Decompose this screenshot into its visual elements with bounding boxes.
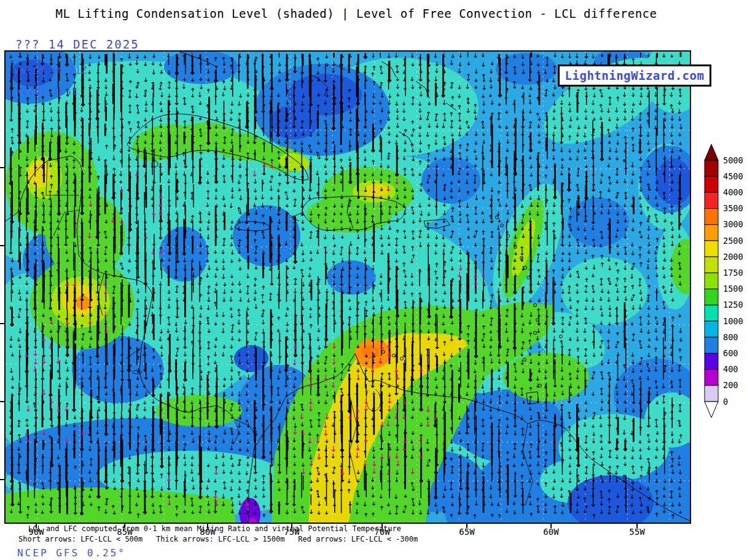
colorbar-label: 4500 (723, 171, 743, 181)
colorbar-label: 600 (723, 348, 738, 358)
page-title: ML Lifting Condensation Level (shaded) |… (0, 7, 713, 20)
colorbar-label: 1250 (723, 300, 743, 309)
y-axis-tick (0, 167, 4, 168)
colorbar-label: 1000 (723, 316, 743, 326)
forecast-hour-label: +27hr fcst (17, 86, 78, 97)
colorbar-label: 3500 (723, 203, 743, 213)
model-label: NCEP GFS 0.25° (17, 547, 126, 559)
colorbar-label: 2000 (723, 252, 743, 262)
colorbar-label: 4000 (723, 187, 743, 197)
y-axis-tick (0, 479, 4, 480)
x-tick-label: 60W (538, 527, 565, 537)
valid-time-label: valid at 21Z (14, 65, 87, 76)
x-tick-label: 55W (624, 527, 651, 537)
colorbar-label: 2500 (723, 236, 743, 246)
colorbar-label: 1750 (723, 268, 743, 278)
colorbar: 5000450040003500300025002000175015001250… (702, 142, 747, 422)
footnote-line-1: LCL and LFC computed from 0-1 km mean Mi… (28, 524, 401, 533)
watermark-text: LightningWizard.com (565, 69, 705, 82)
date-label: ??? 14 DEC 2025 (15, 37, 139, 51)
y-axis-tick (0, 401, 4, 402)
x-tick-label: 65W (453, 527, 480, 537)
colorbar-label: 0 (723, 397, 728, 406)
map-canvas (4, 50, 691, 524)
colorbar-label: 400 (723, 364, 738, 374)
weather-map-page: ML Lifting Condensation Level (shaded) |… (0, 0, 747, 560)
colorbar-label: 1500 (723, 284, 743, 294)
y-axis-tick (0, 323, 4, 324)
y-axis-tick (0, 245, 4, 246)
colorbar-label: 200 (723, 380, 738, 390)
colorbar-label: 3000 (723, 219, 743, 229)
watermark-box: LightningWizard.com (558, 64, 711, 87)
footnote-line-2: Short arrows: LFC-LCL < 500m Thick arrow… (18, 535, 418, 543)
colorbar-label: 800 (723, 332, 738, 342)
colorbar-label: 5000 (723, 155, 743, 165)
map-field-svg (6, 52, 690, 523)
